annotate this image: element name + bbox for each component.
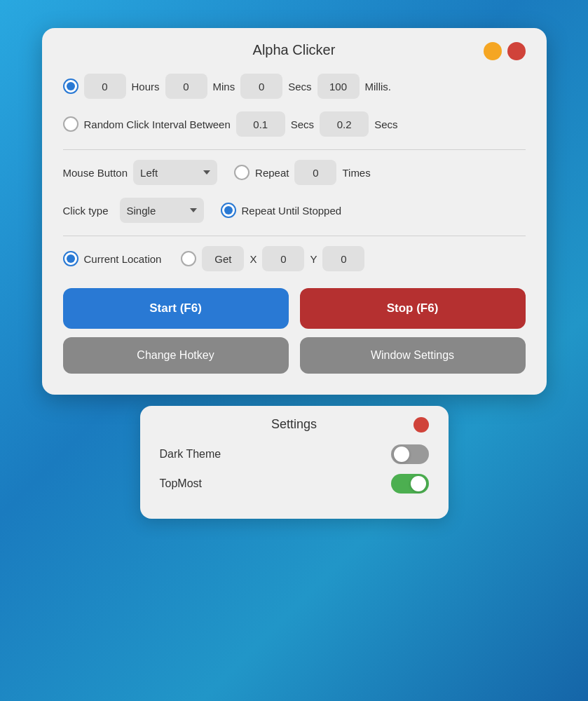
close-button[interactable] [507, 42, 526, 60]
click-type-row: Click type Single Double Repeat Until St… [63, 198, 526, 223]
topmost-knob [411, 476, 426, 491]
repeat-times-radio[interactable] [234, 165, 249, 180]
random-interval-label: Random Click Interval Between [84, 118, 231, 130]
mouse-button-dropdown[interactable]: Left Right Middle [133, 160, 217, 185]
times-label: Times [342, 167, 370, 179]
dark-theme-row: Dark Theme [160, 444, 429, 464]
mouse-button-label: Mouse Button [63, 167, 128, 179]
custom-location-radio[interactable] [181, 251, 196, 266]
fixed-interval-radio[interactable] [63, 79, 78, 94]
secs-label: Secs [288, 81, 311, 93]
window-controls [484, 42, 526, 60]
change-hotkey-button[interactable]: Change Hotkey [63, 337, 289, 374]
click-type-label: Click type [63, 205, 109, 217]
y-label: Y [310, 253, 317, 265]
current-location-label: Current Location [84, 253, 162, 265]
action-buttons-row: Start (F6) Stop (F6) [63, 288, 526, 329]
random-to-secs: Secs [374, 118, 397, 130]
repeat-until-stopped-label: Repeat Until Stopped [242, 205, 342, 217]
stop-button[interactable]: Stop (F6) [300, 288, 526, 329]
random-from-secs: Secs [291, 118, 314, 130]
secs-input[interactable] [240, 74, 282, 99]
app-title: Alpha Clicker [253, 42, 336, 58]
hours-label: Hours [132, 81, 160, 93]
dark-theme-toggle[interactable] [391, 444, 429, 464]
mouse-button-row: Mouse Button Left Right Middle Repeat Ti… [63, 160, 526, 185]
random-interval-radio[interactable] [63, 116, 78, 132]
settings-title-bar: Settings [160, 417, 429, 432]
hours-input[interactable] [84, 74, 126, 99]
topmost-label: TopMost [160, 477, 202, 490]
x-input[interactable] [262, 246, 304, 271]
random-from-input[interactable] [236, 111, 285, 137]
dark-theme-label: Dark Theme [160, 448, 221, 461]
secondary-buttons-row: Change Hotkey Window Settings [63, 337, 526, 374]
repeat-label: Repeat [255, 167, 289, 179]
settings-panel: Settings Dark Theme TopMost [140, 406, 449, 519]
settings-close-button[interactable] [413, 417, 429, 433]
start-button[interactable]: Start (F6) [63, 288, 289, 329]
interval-row: Hours Mins Secs Millis. [63, 74, 526, 99]
window-settings-button[interactable]: Window Settings [300, 337, 526, 374]
millis-label: Millis. [365, 81, 392, 93]
millis-input[interactable] [317, 74, 360, 99]
dark-theme-knob [394, 447, 409, 462]
mins-input[interactable] [165, 74, 207, 99]
random-to-input[interactable] [320, 111, 369, 137]
minimize-button[interactable] [484, 42, 502, 60]
repeat-value-input[interactable] [294, 160, 336, 185]
topmost-row: TopMost [160, 474, 429, 494]
mins-label: Mins [213, 81, 235, 93]
topmost-toggle[interactable] [391, 474, 429, 494]
random-interval-row: Random Click Interval Between Secs Secs [63, 111, 526, 137]
x-label: X [249, 253, 257, 265]
current-location-radio[interactable] [63, 251, 78, 266]
location-row: Current Location Get X Y [63, 246, 526, 271]
get-button[interactable]: Get [202, 246, 244, 271]
main-window: Alpha Clicker Hours Mins Secs Millis. Ra… [42, 28, 547, 395]
click-type-dropdown[interactable]: Single Double [120, 198, 204, 223]
y-input[interactable] [322, 246, 364, 271]
settings-title: Settings [271, 417, 317, 432]
title-bar: Alpha Clicker [63, 42, 526, 58]
repeat-until-stopped-radio[interactable] [221, 203, 236, 218]
